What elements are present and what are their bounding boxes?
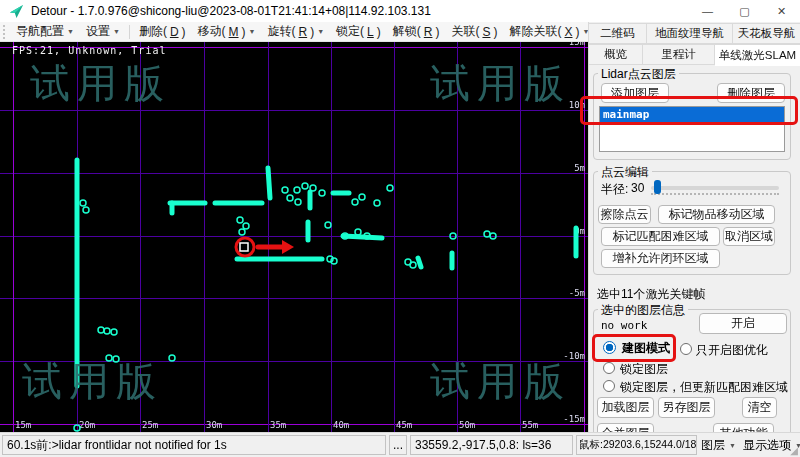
radio-lock-layer[interactable] — [603, 362, 615, 374]
menu-item-关联(S)[interactable]: 关联(S) — [445, 21, 503, 42]
menu-item-解锁(R)[interactable]: 解锁(R) — [387, 21, 446, 42]
status-bar: 60.1s前:>lidar frontlidar not notified fo… — [0, 432, 800, 457]
chevron-down-icon: ▼ — [317, 28, 324, 35]
erase-points-button[interactable]: 擦除点云 — [598, 205, 651, 224]
maximize-button[interactable]: ▢ — [726, 0, 763, 22]
menu-item-锁定(L)[interactable]: 锁定(L) — [330, 21, 387, 42]
radius-value: 30 — [631, 181, 644, 195]
layer-listbox: mainmap — [599, 106, 785, 152]
radius-label: 半径: — [601, 181, 628, 198]
pointcloud-edit-group-title: 点云编辑 — [598, 164, 652, 181]
mark-hard-match-area-button[interactable]: 标记匹配困难区域 — [601, 227, 720, 246]
minimize-button[interactable]: — — [689, 0, 726, 22]
tab-单线激光SLAM[interactable]: 单线激光SLAM — [715, 44, 800, 66]
window-title: Detour - 1.7.0.976@shicong-liu@2023-08-0… — [31, 4, 431, 18]
menu-item-解除关联(X)[interactable]: 解除关联(X) ▼ — [503, 21, 595, 42]
toolbar-grip[interactable] — [3, 25, 5, 39]
selected-keyframes-text: 选中11个激光关键帧 — [597, 286, 705, 303]
close-button[interactable]: ✕ — [763, 0, 800, 22]
layer-dropdown[interactable]: 图层 ▼ — [701, 435, 736, 455]
chevron-down-icon: ▼ — [113, 28, 120, 35]
delete-layer-button[interactable]: 删除图层 — [717, 83, 785, 103]
menu-item-移动(M)[interactable]: 移动(M) ▼ — [192, 21, 262, 42]
merge-layer-button[interactable]: 合并图层 — [597, 423, 654, 432]
menu-bar: 导航配置 ▼设置 ▼删除(D)移动(M) ▼旋转(R) ▼锁定(L)解锁(R)关… — [0, 22, 588, 42]
chevron-down-icon: ▼ — [729, 442, 736, 449]
radio-lock-layer-label[interactable]: 锁定图层 — [620, 361, 668, 378]
chevron-down-icon: ▼ — [249, 28, 256, 35]
radius-slider-handle[interactable] — [654, 180, 661, 194]
menu-separator — [129, 25, 130, 39]
menu-item-导航配置[interactable]: 导航配置 ▼ — [10, 21, 80, 42]
status-more-button[interactable]: ... — [389, 435, 407, 455]
radio-mapping-mode-label[interactable]: 建图模式 — [622, 340, 670, 357]
radio-lock-layer-update-area[interactable] — [603, 380, 615, 392]
radio-graph-opt-only[interactable] — [680, 343, 692, 355]
mark-movable-area-button[interactable]: 标记物品移动区域 — [658, 205, 775, 224]
radio-lock-layer-update-area-label[interactable]: 锁定图层，但更新匹配困难区域 — [620, 379, 788, 396]
add-loop-closure-area-button[interactable]: 增补允许闭环区域 — [601, 249, 720, 268]
radio-mapping-mode[interactable] — [603, 341, 616, 354]
save-as-layer-button[interactable]: 另存图层 — [658, 397, 715, 418]
app-logo-icon — [9, 4, 24, 19]
tab-地面纹理导航[interactable]: 地面纹理导航 — [647, 23, 733, 44]
chevron-down-icon: ▼ — [67, 28, 74, 35]
right-panel: 二维码地面纹理导航天花板导航 概览里程计单线激光SLAM Lidar点云图层 添… — [588, 22, 800, 432]
menu-item-删除(D)[interactable]: 删除(D) — [133, 21, 192, 42]
tab-二维码[interactable]: 二维码 — [589, 23, 647, 44]
resize-grip-icon[interactable]: ◢ — [790, 445, 798, 456]
clear-button[interactable]: 清空 — [742, 397, 777, 418]
start-button[interactable]: 开启 — [699, 313, 787, 334]
other-functions-button[interactable]: 其他功能 — [713, 423, 774, 432]
tab-天花板导航[interactable]: 天花板导航 — [733, 23, 800, 44]
radius-slider-ticks — [651, 193, 779, 195]
layer-info-group-title: 选中的图层信息 — [598, 302, 688, 319]
cancel-area-button[interactable]: 取消区域 — [723, 227, 775, 246]
menu-item-旋转(R)[interactable]: 旋转(R) ▼ — [261, 21, 330, 42]
add-layer-button[interactable]: 添加图层 — [601, 83, 669, 103]
radio-graph-opt-only-label[interactable]: 只开启图优化 — [696, 342, 768, 359]
layer-dropdown-label: 图层 — [701, 437, 725, 454]
display-options-label: 显示选项 — [743, 437, 791, 454]
lidar-layers-group-title: Lidar点云图层 — [598, 66, 679, 83]
status-pose: 33559.2,-917.5,0.8: ls=36 — [410, 435, 573, 455]
load-layer-button[interactable]: 加载图层 — [597, 397, 654, 418]
map-canvas[interactable] — [0, 42, 588, 432]
status-mouse-coords: 鼠标:29203.6,15244.0/188 — [576, 435, 697, 455]
tab-概览[interactable]: 概览 — [589, 44, 643, 65]
work-status-text: no work — [601, 319, 647, 332]
menu-item-设置[interactable]: 设置 ▼ — [80, 21, 126, 42]
title-bar: Detour - 1.7.0.976@shicong-liu@2023-08-0… — [0, 0, 800, 22]
layer-list-item-mainmap[interactable]: mainmap — [600, 107, 784, 123]
radius-slider-track[interactable] — [651, 186, 779, 190]
status-message: 60.1s前:>lidar frontlidar not notified fo… — [2, 435, 386, 455]
tab-里程计[interactable]: 里程计 — [643, 44, 715, 65]
